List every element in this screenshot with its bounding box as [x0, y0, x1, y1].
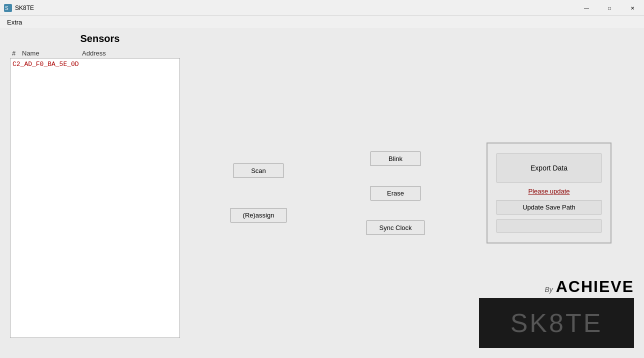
title-bar: S SK8TE — □ ✕	[0, 0, 644, 16]
header-num: #	[12, 50, 22, 57]
sensor-entry: C2_AD_F0_BA_5E_0D	[12, 60, 178, 68]
sensors-title: Sensors	[10, 33, 190, 44]
sensors-table-header: # Name Address	[10, 48, 190, 58]
menu-bar: Extra	[0, 16, 644, 28]
sensors-list[interactable]: C2_AD_F0_BA_5E_0D	[10, 58, 180, 338]
minimize-button[interactable]: —	[575, 0, 598, 16]
middle-panel: Scan(Re)assignBlinkEraseSync Clock	[190, 33, 464, 353]
sync-clock-button[interactable]: Sync Clock	[366, 220, 424, 235]
erase-button[interactable]: Erase	[370, 186, 420, 200]
export-data-button[interactable]: Export Data	[496, 154, 602, 182]
please-update-link[interactable]: Please update	[528, 188, 570, 195]
header-address: Address	[82, 50, 188, 57]
close-button[interactable]: ✕	[621, 0, 644, 16]
scan-button[interactable]: Scan	[234, 164, 284, 178]
sk8te-text: SK8TE	[510, 308, 603, 338]
update-save-path-button[interactable]: Update Save Path	[496, 200, 602, 214]
export-box: Export Data Please update Update Save Pa…	[486, 142, 612, 244]
menu-extra[interactable]: Extra	[4, 18, 25, 27]
by-text: By	[544, 286, 552, 294]
app-title: SK8TE	[15, 4, 34, 12]
app-icon: S	[4, 4, 12, 12]
achieve-text: ACHIEVE	[556, 278, 634, 296]
window-controls: — □ ✕	[575, 0, 644, 16]
blink-button[interactable]: Blink	[370, 152, 420, 166]
main-content: Sensors # Name Address C2_AD_F0_BA_5E_0D…	[0, 28, 644, 358]
by-achieve: By ACHIEVE	[544, 278, 634, 296]
svg-text:S: S	[5, 6, 8, 11]
header-name: Name	[22, 50, 82, 57]
save-path-display	[496, 220, 602, 232]
sk8te-logo: SK8TE	[479, 298, 634, 348]
reassign-button[interactable]: (Re)assign	[230, 208, 287, 222]
maximize-button[interactable]: □	[598, 0, 621, 16]
branding-area: By ACHIEVE SK8TE	[479, 278, 634, 348]
left-panel: Sensors # Name Address C2_AD_F0_BA_5E_0D	[10, 33, 190, 353]
